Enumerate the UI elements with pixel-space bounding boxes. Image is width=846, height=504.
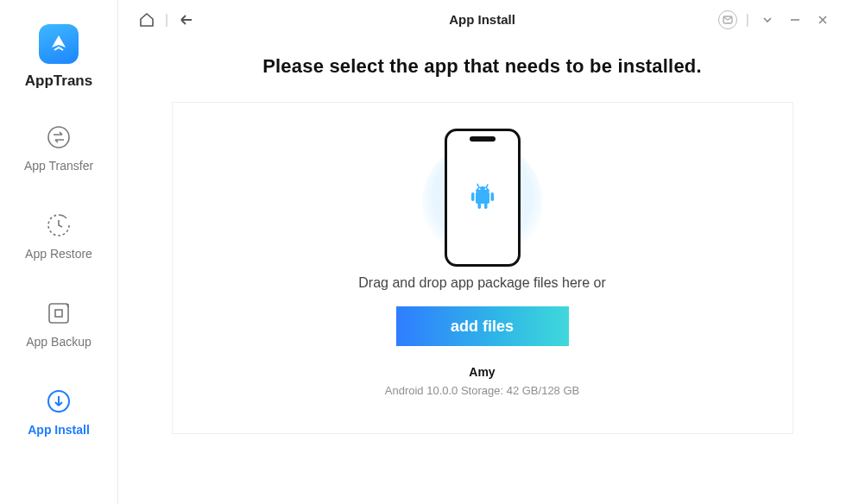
main-panel: | App Install | <box>118 0 846 504</box>
phone-notch-icon <box>470 136 496 142</box>
svg-rect-7 <box>490 192 494 201</box>
topbar: | App Install | <box>118 0 846 40</box>
device-info: Android 10.0.0 Storage: 42 GB/128 GB <box>385 384 579 397</box>
svg-rect-2 <box>55 310 62 317</box>
home-button[interactable] <box>137 10 156 29</box>
content: Please select the app that needs to be i… <box>118 40 846 504</box>
sidebar: AppTrans App Transfer App Restore <box>0 0 118 504</box>
svg-rect-6 <box>471 192 475 201</box>
separator: | <box>746 12 749 28</box>
svg-rect-8 <box>477 203 481 209</box>
add-files-button[interactable]: add files <box>396 306 569 346</box>
transfer-icon <box>44 123 73 152</box>
sidebar-item-label: App Install <box>28 423 90 437</box>
separator: | <box>165 12 168 28</box>
close-button[interactable] <box>813 10 832 29</box>
dropdown-button[interactable] <box>758 10 777 29</box>
sidebar-item-app-install[interactable]: App Install <box>0 387 117 437</box>
svg-rect-9 <box>484 203 488 209</box>
svg-rect-11 <box>485 184 489 188</box>
backup-icon <box>44 299 73 328</box>
phone-icon <box>445 129 521 267</box>
device-illustration <box>405 129 560 275</box>
svg-point-0 <box>48 127 69 148</box>
brand: AppTrans <box>25 24 92 90</box>
drop-hint: Drag and drop app package files here or <box>358 275 605 291</box>
page-title: App Install <box>449 12 515 27</box>
drop-zone[interactable]: Drag and drop app package files here or … <box>172 102 793 434</box>
sidebar-item-label: App Backup <box>26 335 92 349</box>
sidebar-item-app-transfer[interactable]: App Transfer <box>0 123 117 173</box>
svg-rect-5 <box>476 192 489 204</box>
android-icon <box>466 180 499 216</box>
device-name: Amy <box>469 365 495 379</box>
install-icon <box>44 387 73 416</box>
restore-icon <box>44 211 73 240</box>
headline: Please select the app that needs to be i… <box>262 55 702 78</box>
svg-point-13 <box>484 188 486 190</box>
sidebar-item-app-backup[interactable]: App Backup <box>0 299 117 349</box>
sidebar-item-label: App Transfer <box>24 159 93 173</box>
minimize-button[interactable] <box>786 10 805 29</box>
brand-name: AppTrans <box>25 72 92 90</box>
sidebar-item-label: App Restore <box>25 247 92 261</box>
brand-logo-icon <box>39 24 79 64</box>
feedback-button[interactable] <box>718 10 737 29</box>
sidebar-item-app-restore[interactable]: App Restore <box>0 211 117 261</box>
svg-point-12 <box>478 188 480 190</box>
svg-rect-10 <box>477 183 480 187</box>
svg-rect-1 <box>49 304 68 323</box>
back-button[interactable] <box>177 10 196 29</box>
